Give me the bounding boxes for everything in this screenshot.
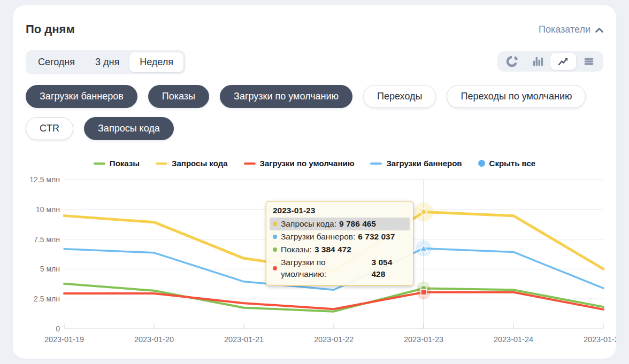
tooltip-series-dot — [273, 247, 277, 252]
tooltip-date: 2023-01-23 — [273, 206, 406, 215]
y-axis-label: 7.5 млн — [34, 235, 60, 244]
stats-card: По дням Показатели Сегодня3 дняНеделя — [13, 5, 616, 359]
y-axis-label: 5 млн — [40, 265, 60, 273]
tooltip-row: Показы:3 384 472 — [270, 243, 410, 256]
series-point-square[interactable] — [421, 290, 426, 295]
tooltip-series-label: Показы: — [281, 244, 312, 255]
x-axis-label: 2023-01-19 — [44, 335, 84, 344]
series-line-circle[interactable] — [64, 284, 603, 312]
tooltip-series-value: 9 786 465 — [339, 218, 376, 230]
tooltip-rows: Запросы кода:9 786 465Загрузки баннеров:… — [270, 218, 410, 281]
tooltip-series-value: 3 384 472 — [314, 244, 351, 255]
y-axis-label: 0 — [56, 324, 60, 333]
tooltip-row: Запросы кода:9 786 465 — [270, 218, 410, 230]
y-axis-label: 12.5 млн — [29, 175, 60, 184]
chart-canvas[interactable]: 02.5 млн5 млн7.5 млн10 млн12.5 млн2023-0… — [13, 5, 616, 359]
tooltip-row: Загрузки баннеров:6 732 037 — [270, 230, 410, 243]
y-axis-label: 10 млн — [36, 205, 60, 214]
tooltip-row: Загрузки по умолчанию:3 054 428 — [270, 256, 410, 281]
x-axis-label: 2023-01-21 — [224, 335, 264, 344]
tooltip-series-value: 3 054 428 — [371, 257, 406, 280]
x-axis-label: 2023-01-25 — [584, 335, 616, 344]
tooltip-series-label: Запросы кода: — [281, 218, 336, 230]
tooltip-series-label: Загрузки по умолчанию: — [281, 257, 369, 280]
x-axis-label: 2023-01-20 — [134, 335, 174, 344]
chart-tooltip: 2023-01-23 Запросы кода:9 786 465Загрузк… — [266, 201, 413, 286]
x-axis-label: 2023-01-23 — [404, 335, 443, 344]
x-axis-label: 2023-01-22 — [314, 335, 354, 344]
tooltip-series-value: 6 732 037 — [358, 231, 395, 243]
y-axis-label: 2.5 млн — [34, 295, 60, 303]
tooltip-series-dot — [273, 235, 277, 239]
series-line-square[interactable] — [64, 292, 603, 309]
tooltip-series-dot — [273, 266, 277, 270]
tooltip-series-dot — [273, 222, 277, 226]
tooltip-series-label: Загрузки баннеров: — [281, 231, 355, 243]
x-axis-label: 2023-01-24 — [494, 335, 533, 344]
